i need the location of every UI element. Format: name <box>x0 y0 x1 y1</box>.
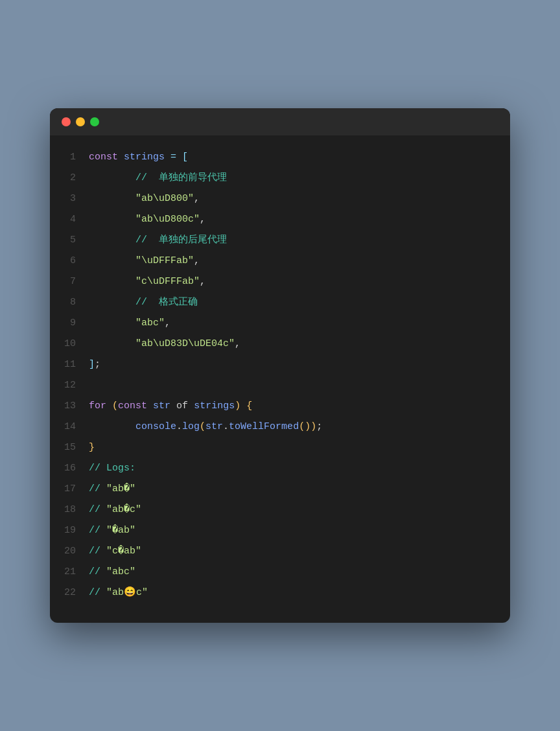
token-plain: , <box>194 255 200 266</box>
line-number: 17 <box>50 480 89 499</box>
line-number: 15 <box>50 438 89 458</box>
code-window: 1const strings = [2 // 单独的前导代理3 "ab\uD80… <box>50 108 510 623</box>
token-var: strings <box>124 152 165 163</box>
token-op: [ <box>182 152 188 163</box>
token-log-out: // Logs: <box>89 463 135 474</box>
token-plain <box>170 400 176 412</box>
token-paren: () <box>299 421 310 432</box>
token-plain <box>147 400 153 412</box>
token-plain <box>89 255 135 266</box>
line-code: "ab\uD800", <box>89 189 200 209</box>
token-kw: const <box>118 400 147 412</box>
token-fn: log <box>182 421 200 432</box>
token-op: = <box>170 152 176 163</box>
line: 11]; <box>50 354 510 375</box>
line-number: 20 <box>50 542 89 561</box>
line-code: "ab\uD83D\uDE04c", <box>89 334 240 354</box>
line-number: 18 <box>50 500 89 520</box>
token-plain <box>89 276 135 287</box>
line: 14 console.log(str.toWellFormed()); <box>50 417 510 437</box>
line-code: console.log(str.toWellFormed()); <box>89 417 322 437</box>
token-paren: ( <box>200 421 205 432</box>
line-number: 22 <box>50 583 89 603</box>
line-number: 14 <box>50 417 89 437</box>
token-plain: . <box>223 421 229 432</box>
token-log-str: "�ab" <box>106 525 135 536</box>
token-plain: . <box>176 421 182 432</box>
token-plain <box>188 400 194 412</box>
line-code: // 单独的后尾代理 <box>89 231 227 250</box>
token-log-out: // <box>89 546 106 557</box>
token-log-out: // <box>89 587 106 598</box>
token-log-out: // <box>89 483 106 494</box>
line-number: 4 <box>50 210 89 229</box>
line-code: // "ab�" <box>89 480 135 499</box>
line-number: 16 <box>50 459 89 478</box>
line: 10 "ab\uD83D\uDE04c", <box>50 334 510 354</box>
token-var: strings <box>194 400 235 412</box>
line-number: 1 <box>50 148 89 167</box>
line-number: 13 <box>50 397 89 416</box>
line-code: // Logs: <box>89 459 135 478</box>
line-code: "c\uDFFFab", <box>89 272 205 292</box>
line-number: 7 <box>50 272 89 292</box>
maximize-button[interactable] <box>90 117 99 126</box>
token-log-str: "ab�c" <box>106 504 141 515</box>
line: 7 "c\uDFFFab", <box>50 272 510 292</box>
token-paren: ) <box>235 400 240 412</box>
token-var: str <box>153 400 170 412</box>
token-paren: { <box>246 400 252 412</box>
token-log-str: "abc" <box>106 566 135 577</box>
token-kw: for <box>89 400 106 412</box>
line-code: // "abc" <box>89 563 135 582</box>
line-code: for (const str of strings) { <box>89 397 252 416</box>
token-op: ] <box>89 359 95 370</box>
line-code: ]; <box>89 355 100 375</box>
token-log-out: // <box>89 525 106 536</box>
line-code: // 单独的前导代理 <box>89 168 227 188</box>
token-paren: ) <box>310 421 316 432</box>
line-code: // "c�ab" <box>89 542 141 561</box>
minimize-button[interactable] <box>76 117 85 126</box>
token-paren: ( <box>112 400 118 412</box>
token-plain <box>240 400 246 412</box>
line-number: 10 <box>50 334 89 354</box>
line-code: } <box>89 438 95 458</box>
line-code: // "ab�c" <box>89 500 141 520</box>
line-number: 3 <box>50 189 89 209</box>
token-plain <box>106 400 112 412</box>
line-number: 19 <box>50 521 89 540</box>
token-str: "abc" <box>135 318 165 329</box>
token-comment: // 单独的后尾代理 <box>89 235 227 246</box>
line: 15} <box>50 437 510 458</box>
line: 4 "ab\uD800c", <box>50 209 510 230</box>
line: 2 // 单独的前导代理 <box>50 168 510 189</box>
token-fn: console <box>135 421 176 432</box>
token-plain <box>89 318 135 329</box>
token-plain <box>89 214 135 225</box>
close-button[interactable] <box>62 117 71 126</box>
token-plain: , <box>235 338 240 349</box>
line: 18// "ab�c" <box>50 500 510 520</box>
token-plain <box>165 152 170 163</box>
line: 20// "c�ab" <box>50 541 510 562</box>
token-comment: // 格式正确 <box>89 297 198 308</box>
token-comment: // 单独的前导代理 <box>89 172 227 183</box>
line: 5 // 单独的后尾代理 <box>50 230 510 251</box>
token-plain <box>89 338 135 349</box>
line-number: 21 <box>50 563 89 582</box>
token-str: "ab\uD83D\uDE04c" <box>135 338 235 349</box>
token-method: toWellFormed <box>229 421 299 432</box>
line: 3 "ab\uD800", <box>50 189 510 209</box>
line-code: // "ab😄c" <box>89 583 148 603</box>
token-plain: ; <box>95 359 100 370</box>
token-plain: , <box>194 193 200 204</box>
token-paren: } <box>89 442 95 453</box>
line: 19// "�ab" <box>50 520 510 541</box>
token-plain: , <box>200 214 205 225</box>
line-code: "\uDFFFab", <box>89 251 200 271</box>
line: 8 // 格式正确 <box>50 292 510 313</box>
line-code: const strings = [ <box>89 148 188 167</box>
token-plain: of <box>176 400 188 412</box>
line: 13for (const str of strings) { <box>50 396 510 417</box>
